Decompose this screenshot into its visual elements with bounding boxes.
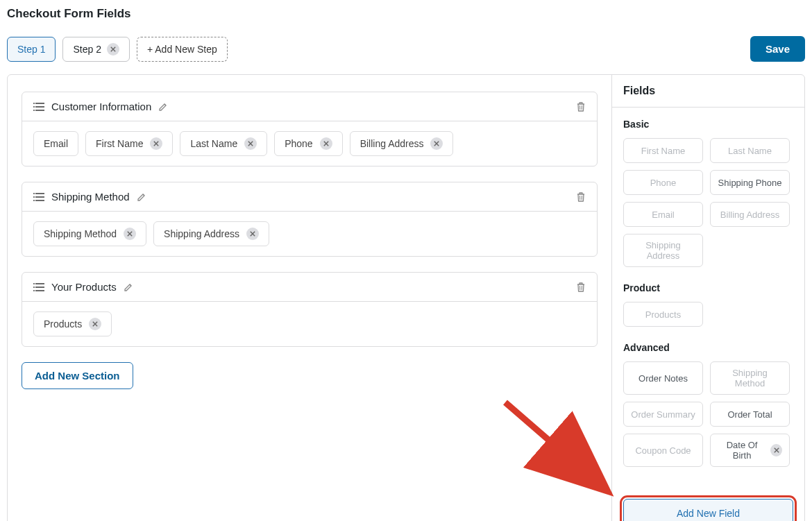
field-pill-group: Order NotesShipping MethodOrder SummaryO… <box>623 361 793 467</box>
field-chip[interactable]: Phone <box>274 131 342 156</box>
remove-field-icon[interactable] <box>770 444 782 456</box>
step-tab-1-label: Step 1 <box>17 44 45 55</box>
remove-field-icon[interactable] <box>320 137 332 150</box>
field-pill-label: Order Total <box>727 409 772 420</box>
svg-point-23 <box>33 200 35 201</box>
field-chip[interactable]: Email <box>33 131 78 156</box>
steps-row: Step 1 Step 2 + Add New Step <box>7 37 228 62</box>
field-pill: First Name <box>623 138 703 163</box>
top-toolbar: Step 1 Step 2 + Add New Step Save <box>7 36 805 62</box>
field-pill: Shipping Method <box>710 361 790 395</box>
svg-point-5 <box>33 103 35 104</box>
field-pill-label: Date Of Birth <box>718 440 766 461</box>
field-pill-label: Last Name <box>728 146 772 156</box>
remove-field-icon[interactable] <box>124 228 136 240</box>
remove-step-icon[interactable] <box>107 43 119 55</box>
drag-handle-icon[interactable] <box>33 192 44 202</box>
field-pill: Coupon Code <box>623 434 703 467</box>
page-title: Checkout Form Fields <box>7 7 805 21</box>
svg-point-35 <box>33 290 35 291</box>
remove-field-icon[interactable] <box>246 228 259 240</box>
field-pill[interactable]: Date Of Birth <box>710 434 790 467</box>
field-pill-label: Order Summary <box>631 409 695 420</box>
field-chip[interactable]: Shipping Address <box>153 221 269 246</box>
field-pill-label: Order Notes <box>638 373 688 384</box>
field-chip[interactable]: Last Name <box>180 131 267 156</box>
edit-icon[interactable] <box>124 282 133 292</box>
add-step-button[interactable]: + Add New Step <box>137 37 228 62</box>
svg-point-34 <box>33 287 35 288</box>
delete-icon[interactable] <box>576 282 586 293</box>
step-tab-2-label: Step 2 <box>73 44 101 55</box>
remove-field-icon[interactable] <box>150 137 162 150</box>
field-pill[interactable]: Shipping Phone <box>710 170 790 195</box>
svg-point-22 <box>33 196 35 198</box>
field-pill[interactable]: Order Total <box>710 402 790 427</box>
section-title: Shipping Method <box>51 191 130 203</box>
field-pill: Billing Address <box>710 202 790 227</box>
edit-icon[interactable] <box>158 102 168 112</box>
section-title: Customer Information <box>51 101 151 112</box>
field-pill-label: Coupon Code <box>635 445 691 456</box>
section-body: Shipping MethodShipping Address <box>22 212 597 256</box>
svg-point-33 <box>33 283 35 284</box>
field-group-title: Basic <box>623 119 793 130</box>
section-header: Customer Information <box>22 92 597 121</box>
section-card: Shipping MethodShipping MethodShipping A… <box>22 182 598 257</box>
section-card: Customer InformationEmailFirst NameLast … <box>22 92 598 166</box>
field-pill: Order Summary <box>623 402 703 427</box>
step-tab-2[interactable]: Step 2 <box>62 37 129 62</box>
section-header: Your Products <box>22 273 597 302</box>
delete-icon[interactable] <box>576 101 586 112</box>
add-step-label: + Add New Step <box>147 44 217 55</box>
field-chip-label: Email <box>44 138 68 149</box>
save-button[interactable]: Save <box>750 36 805 62</box>
field-pill[interactable]: Order Notes <box>623 361 703 395</box>
delete-icon[interactable] <box>576 191 586 203</box>
drag-handle-icon[interactable] <box>33 282 44 292</box>
field-pill-label: Billing Address <box>720 210 779 220</box>
remove-field-icon[interactable] <box>430 137 443 150</box>
step-tab-1[interactable]: Step 1 <box>7 37 56 62</box>
main-panel: Customer InformationEmailFirst NameLast … <box>7 74 805 521</box>
svg-point-7 <box>33 110 35 111</box>
section-header-left: Shipping Method <box>33 191 146 203</box>
sections-column: Customer InformationEmailFirst NameLast … <box>8 75 611 521</box>
field-chip[interactable]: Products <box>33 311 112 336</box>
field-pill-label: First Name <box>641 146 686 156</box>
section-title: Your Products <box>51 281 117 293</box>
field-pill-label: Products <box>645 309 681 320</box>
remove-field-icon[interactable] <box>244 137 257 150</box>
section-header-left: Your Products <box>33 281 133 293</box>
field-pill-label: Shipping Method <box>718 368 782 388</box>
field-chip-label: Shipping Address <box>164 228 239 239</box>
field-chip-label: Shipping Method <box>44 228 117 239</box>
field-pill: Shipping Address <box>623 234 703 267</box>
drag-handle-icon[interactable] <box>33 102 44 112</box>
field-chip[interactable]: Shipping Method <box>33 221 146 246</box>
field-pill-label: Shipping Phone <box>718 178 782 188</box>
section-header: Shipping Method <box>22 182 597 212</box>
fields-sidebar-title: Fields <box>612 75 804 108</box>
field-pill-label: Email <box>652 210 675 220</box>
add-section-button[interactable]: Add New Section <box>22 362 133 389</box>
remove-field-icon[interactable] <box>89 318 101 330</box>
section-body: Products <box>22 302 597 346</box>
field-chip-label: Last Name <box>190 138 237 149</box>
section-header-left: Customer Information <box>33 101 168 112</box>
field-pill-label: Phone <box>650 178 677 188</box>
field-chip[interactable]: Billing Address <box>350 131 454 156</box>
section-card: Your ProductsProducts <box>22 272 598 347</box>
field-chip-label: Billing Address <box>360 138 424 149</box>
fields-sidebar-body: BasicFirst NameLast NamePhoneShipping Ph… <box>612 108 804 493</box>
field-pill-label: Shipping Address <box>631 240 695 261</box>
edit-icon[interactable] <box>137 192 146 202</box>
svg-point-21 <box>33 193 35 194</box>
add-new-field-button[interactable]: Add New Field <box>623 499 793 521</box>
field-chip-label: First Name <box>96 138 143 149</box>
field-chip[interactable]: First Name <box>85 131 173 156</box>
field-pill: Phone <box>623 170 703 195</box>
field-group-title: Advanced <box>623 342 793 353</box>
fields-sidebar: Fields BasicFirst NameLast NamePhoneShip… <box>611 75 804 521</box>
field-group-title: Product <box>623 282 793 293</box>
